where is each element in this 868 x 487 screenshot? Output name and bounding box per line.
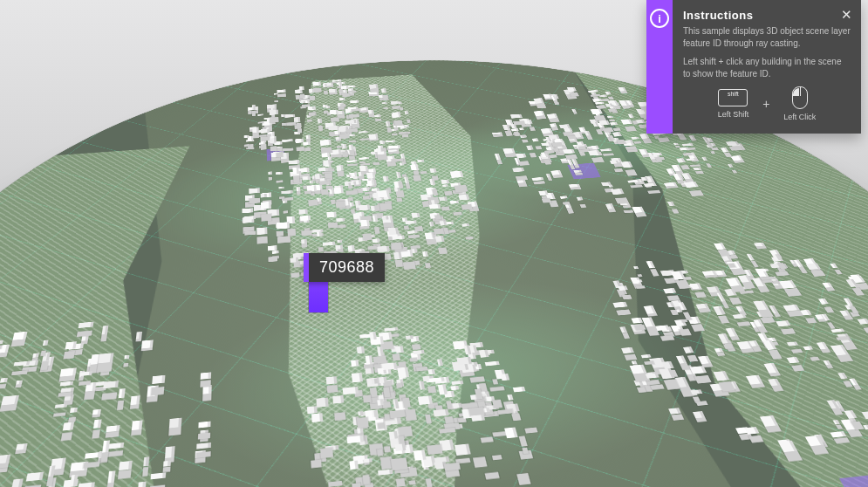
building[interactable] [149, 476, 167, 487]
building[interactable] [317, 106, 321, 111]
building[interactable] [246, 122, 251, 127]
building[interactable] [845, 407, 855, 414]
building[interactable] [59, 411, 72, 420]
building[interactable] [573, 166, 581, 168]
building[interactable] [492, 128, 502, 131]
building[interactable] [69, 456, 87, 466]
building[interactable] [730, 152, 743, 157]
building[interactable] [526, 107, 532, 112]
building[interactable] [631, 355, 648, 365]
building[interactable] [815, 429, 825, 437]
building[interactable] [349, 322, 360, 333]
building[interactable] [828, 393, 840, 401]
building[interactable] [48, 451, 64, 463]
building[interactable] [494, 146, 500, 152]
building[interactable] [690, 381, 698, 388]
building[interactable] [680, 262, 689, 265]
building[interactable] [618, 83, 626, 87]
building[interactable] [336, 75, 345, 78]
building[interactable] [300, 234, 307, 239]
building[interactable] [345, 156, 350, 160]
building[interactable] [451, 345, 463, 350]
building[interactable] [441, 170, 448, 173]
building[interactable] [375, 316, 385, 322]
building[interactable] [780, 270, 797, 278]
building[interactable] [769, 301, 779, 309]
building[interactable] [100, 367, 116, 375]
building[interactable] [0, 371, 6, 376]
building[interactable] [267, 230, 276, 235]
building[interactable] [560, 187, 568, 189]
building[interactable] [259, 183, 270, 191]
building[interactable] [410, 326, 419, 333]
building[interactable] [702, 268, 717, 273]
building[interactable] [634, 372, 644, 377]
building[interactable] [788, 333, 799, 337]
building[interactable] [404, 96, 408, 99]
building[interactable] [243, 120, 248, 122]
building[interactable] [502, 141, 515, 147]
building[interactable] [421, 346, 432, 352]
building[interactable] [349, 325, 358, 331]
building[interactable] [420, 426, 432, 436]
building[interactable] [92, 406, 100, 411]
building[interactable] [297, 197, 307, 202]
building[interactable] [433, 352, 448, 360]
building[interactable] [842, 412, 859, 422]
building[interactable] [308, 75, 314, 79]
building[interactable] [507, 353, 521, 361]
building[interactable] [641, 346, 652, 350]
building[interactable] [714, 344, 724, 348]
building[interactable] [567, 78, 578, 82]
building[interactable] [337, 114, 347, 120]
building[interactable] [619, 94, 629, 99]
building[interactable] [427, 328, 434, 333]
building[interactable] [795, 250, 805, 258]
building[interactable] [116, 375, 124, 385]
building[interactable] [266, 98, 276, 102]
building[interactable] [754, 238, 765, 243]
building[interactable] [413, 331, 425, 335]
building[interactable] [338, 194, 351, 202]
building[interactable] [352, 402, 359, 412]
building[interactable] [436, 311, 442, 318]
building[interactable] [96, 342, 112, 353]
building[interactable] [831, 337, 850, 347]
building[interactable] [382, 366, 399, 378]
building[interactable] [660, 320, 673, 326]
building[interactable] [140, 337, 152, 346]
building[interactable] [241, 201, 252, 208]
building[interactable] [455, 382, 472, 394]
building[interactable] [312, 343, 325, 353]
building[interactable] [664, 179, 677, 183]
building[interactable] [325, 367, 337, 374]
building[interactable] [167, 409, 181, 420]
building[interactable] [768, 373, 781, 380]
building[interactable] [322, 229, 334, 233]
building[interactable] [331, 77, 341, 79]
building[interactable] [385, 111, 390, 116]
building[interactable] [539, 185, 547, 189]
building[interactable] [746, 371, 763, 381]
building[interactable] [671, 296, 683, 303]
building[interactable] [533, 105, 544, 110]
building[interactable] [366, 165, 375, 168]
building[interactable] [713, 301, 724, 306]
building[interactable] [531, 171, 543, 175]
building[interactable] [764, 329, 778, 339]
building[interactable] [848, 416, 856, 421]
building[interactable] [404, 168, 409, 175]
building[interactable] [589, 117, 598, 121]
building[interactable] [676, 367, 690, 377]
building[interactable] [588, 82, 598, 85]
building[interactable] [526, 133, 534, 137]
building[interactable] [598, 86, 607, 89]
building[interactable] [691, 271, 703, 278]
building[interactable] [762, 333, 776, 337]
building[interactable] [255, 214, 265, 222]
building[interactable] [433, 417, 446, 424]
building[interactable] [622, 129, 635, 134]
building[interactable] [643, 306, 657, 316]
building[interactable] [407, 209, 416, 212]
building[interactable] [421, 442, 428, 452]
